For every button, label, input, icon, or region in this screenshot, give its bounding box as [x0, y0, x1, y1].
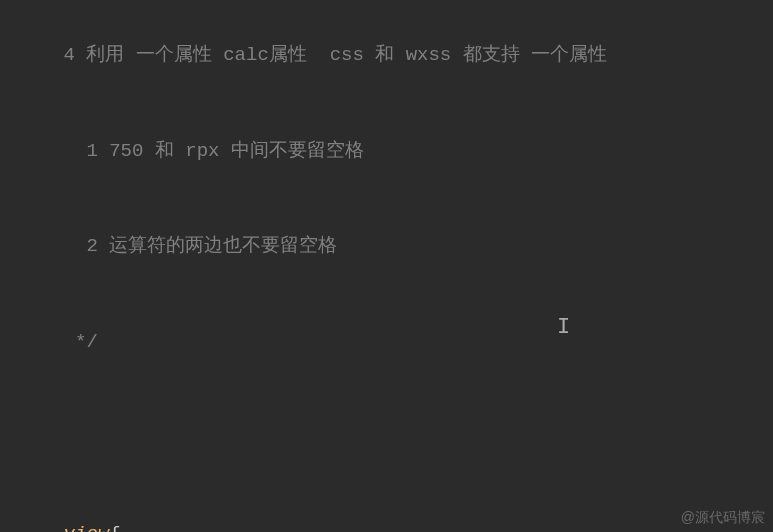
code-line: 1 750 和 rpx 中间不要留空格 [0, 104, 773, 200]
watermark-text: @源代码博宸 [681, 506, 765, 530]
code-line: view{ [0, 487, 773, 532]
code-line: */ [0, 295, 773, 391]
brace-open: { [109, 523, 120, 533]
comment-text: 1 750 和 rpx 中间不要留空格 [64, 140, 364, 162]
code-line-blank [0, 391, 773, 487]
code-line: 4 利用 一个属性 calc属性 css 和 wxss 都支持 一个属性 [0, 8, 773, 104]
code-editor[interactable]: 4 利用 一个属性 calc属性 css 和 wxss 都支持 一个属性 1 7… [0, 0, 773, 532]
comment-close: */ [64, 331, 98, 353]
code-line: 2 运算符的两边也不要留空格 [0, 199, 773, 295]
css-selector: view [64, 523, 110, 533]
comment-text: 2 运算符的两边也不要留空格 [64, 235, 338, 257]
comment-text: 4 利用 一个属性 calc属性 css 和 wxss 都支持 一个属性 [64, 44, 607, 66]
